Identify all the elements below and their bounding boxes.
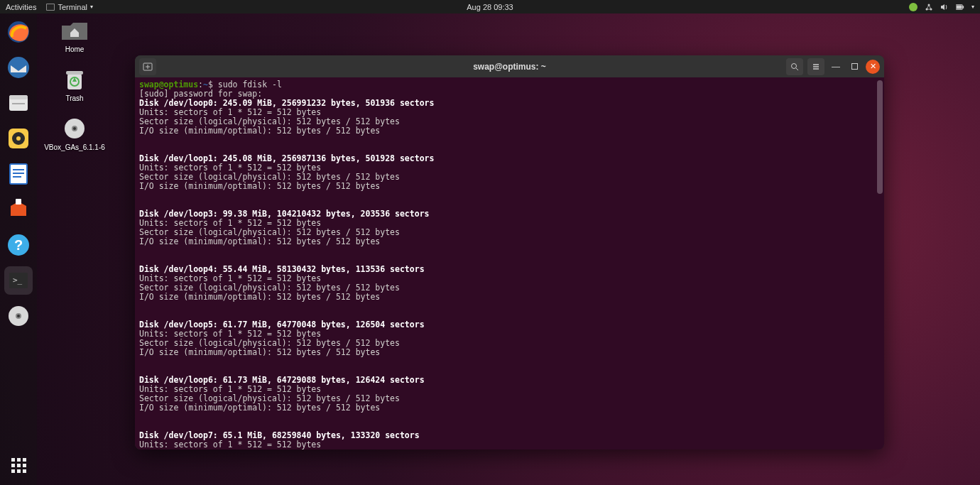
io-line: I/O size (minimum/optimal): 512 bytes / … <box>139 237 880 246</box>
network-icon[interactable] <box>925 3 933 11</box>
svg-rect-20 <box>13 176 21 178</box>
svg-rect-19 <box>13 173 24 174</box>
system-menu-chevron-icon[interactable]: ▾ <box>971 4 974 10</box>
desktop-icons: Home Trash VBox_GAs_6.1.1-6 <box>43 17 107 151</box>
rhythmbox-icon[interactable] <box>4 124 33 153</box>
command-text: sudo fdisk -l <box>213 80 282 89</box>
svg-rect-1 <box>47 4 54 10</box>
disc-icon[interactable] <box>4 302 33 330</box>
home-label: Home <box>65 45 85 53</box>
volume-icon[interactable] <box>940 3 949 11</box>
software-icon[interactable] <box>4 195 33 224</box>
app-menu[interactable]: Terminal ▾ <box>46 3 93 11</box>
libreoffice-writer-icon[interactable] <box>4 160 33 188</box>
firefox-icon[interactable] <box>4 18 33 46</box>
units-line: Units: sectors of 1 * 512 = 512 bytes <box>139 440 880 449</box>
prompt-path: ~ <box>203 80 208 89</box>
io-line: I/O size (minimum/optimal): 512 bytes / … <box>139 182 880 191</box>
terminal-small-icon <box>46 3 55 11</box>
thunderbird-icon[interactable] <box>4 53 33 82</box>
vbox-additions[interactable]: VBox_GAs_6.1.1-6 <box>43 115 107 151</box>
activities-button[interactable]: Activities <box>6 3 36 11</box>
svg-rect-30 <box>66 71 83 75</box>
files-icon[interactable] <box>4 89 33 117</box>
io-line: I/O size (minimum/optimal): 512 bytes / … <box>139 126 880 136</box>
svg-rect-11 <box>9 95 28 99</box>
top-panel: Activities Terminal ▾ Aug 28 09:33 ▾ <box>0 0 980 13</box>
terminal-dock-icon[interactable]: >_ <box>4 266 33 295</box>
minimize-button[interactable]: — <box>829 60 843 74</box>
svg-point-38 <box>792 63 797 68</box>
svg-rect-7 <box>957 5 962 9</box>
scrollbar[interactable] <box>877 80 883 194</box>
new-tab-button[interactable] <box>139 58 156 75</box>
io-line: I/O size (minimum/optimal): 512 bytes / … <box>139 403 880 413</box>
svg-text:?: ? <box>14 237 23 253</box>
dock: ? >_ <box>0 13 37 485</box>
maximize-button[interactable] <box>847 60 861 74</box>
svg-rect-12 <box>12 103 25 104</box>
prompt-user: swap@optimus <box>139 80 198 89</box>
chevron-down-icon: ▾ <box>90 4 93 10</box>
status-indicator-icon[interactable] <box>909 3 918 11</box>
svg-rect-18 <box>13 169 24 170</box>
svg-point-34 <box>73 127 76 130</box>
trash[interactable]: Trash <box>43 66 107 102</box>
window-title: swap@optimus: ~ <box>473 62 546 72</box>
close-button[interactable]: ✕ <box>866 60 880 74</box>
prompt-colon: : <box>198 80 203 89</box>
svg-rect-21 <box>16 199 21 205</box>
svg-rect-43 <box>851 64 857 70</box>
trash-label: Trash <box>65 94 83 102</box>
svg-rect-6 <box>962 6 964 8</box>
clock[interactable]: Aug 28 09:33 <box>467 3 513 11</box>
prompt-dollar: $ <box>208 80 213 89</box>
vbox-label: VBox_GAs_6.1.1-6 <box>44 143 105 151</box>
io-line: I/O size (minimum/optimal): 512 bytes / … <box>139 348 880 357</box>
help-icon[interactable]: ? <box>4 231 33 259</box>
show-applications-button[interactable] <box>4 451 33 479</box>
terminal-window: swap@optimus: ~ — ✕ swap@optimus:~$ sudo… <box>135 55 884 449</box>
svg-point-15 <box>16 136 21 141</box>
home-folder[interactable]: Home <box>43 17 107 53</box>
search-button[interactable] <box>786 58 803 75</box>
svg-line-39 <box>796 68 798 70</box>
io-line: I/O size (minimum/optimal): 512 bytes / … <box>139 293 880 302</box>
terminal-titlebar[interactable]: swap@optimus: ~ — ✕ <box>135 55 884 77</box>
battery-icon[interactable] <box>956 3 964 11</box>
svg-text:>_: >_ <box>13 276 23 285</box>
menu-button[interactable] <box>807 58 824 75</box>
app-menu-label: Terminal <box>58 3 87 11</box>
svg-point-28 <box>17 315 20 317</box>
terminal-body[interactable]: swap@optimus:~$ sudo fdisk -l [sudo] pas… <box>135 77 884 449</box>
